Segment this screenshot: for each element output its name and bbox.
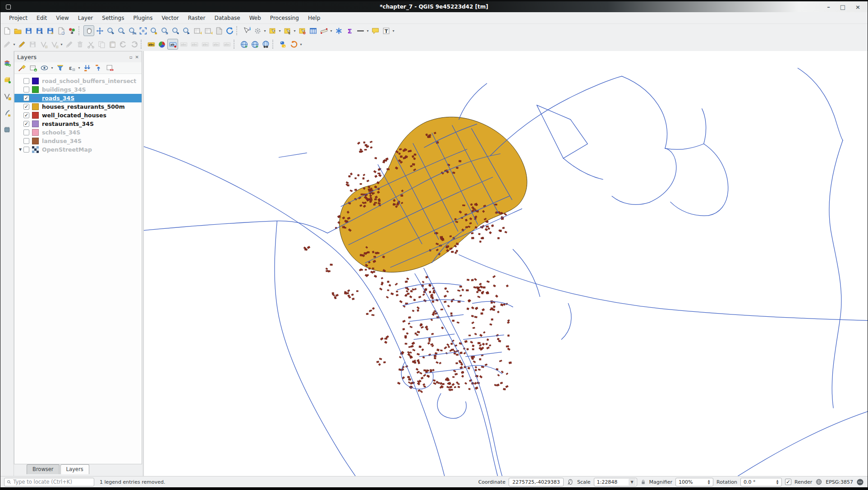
save-layer-edits-icon[interactable] xyxy=(27,39,38,50)
python-console-icon[interactable] xyxy=(277,39,288,50)
magnifier-spin-arrows[interactable]: ▲▼ xyxy=(706,479,712,485)
pan-map-icon[interactable] xyxy=(83,25,94,36)
layer-checkbox[interactable] xyxy=(23,87,29,92)
save-project-as-icon[interactable]: ✎ xyxy=(34,25,45,36)
statistical-summary-icon[interactable]: Σ xyxy=(344,25,355,36)
open-layer-styling-panel-icon[interactable] xyxy=(16,63,27,73)
run-feature-action-dropdown-icon[interactable]: ▾ xyxy=(263,29,267,33)
layer-row-well_located_houses[interactable]: ✓well_located_houses xyxy=(14,111,142,120)
move-label-icon[interactable]: abc xyxy=(211,39,221,50)
menu-edit[interactable]: Edit xyxy=(32,14,51,23)
new-geopackage-layer-icon[interactable] xyxy=(2,124,13,135)
current-edits-dropdown-icon[interactable]: ▾ xyxy=(12,42,16,46)
metasearch-catalog-icon[interactable] xyxy=(260,39,271,50)
rotation-spinbox[interactable]: 0.0 ° ▲▼ xyxy=(740,478,782,486)
maximize-button[interactable]: □ xyxy=(840,4,845,10)
layer-row-roads_34S[interactable]: ✓roads_34S xyxy=(14,94,142,102)
paste-features-icon[interactable] xyxy=(107,39,118,50)
refresh-map-icon[interactable] xyxy=(224,25,235,36)
zoom-next-icon[interactable]: ▸ xyxy=(181,25,192,36)
manage-map-themes-icon[interactable] xyxy=(39,63,50,73)
layer-checkbox[interactable] xyxy=(23,138,29,144)
filter-by-expression-icon[interactable]: ε xyxy=(66,63,77,73)
geometry-checker-icon[interactable]: + xyxy=(249,39,260,50)
remove-layer-icon[interactable] xyxy=(104,63,115,73)
layer-labeling-options-icon[interactable]: abc xyxy=(146,39,156,50)
add-feature-icon[interactable] xyxy=(38,39,49,50)
menu-layer[interactable]: Layer xyxy=(74,14,97,23)
show-unplaced-labels-icon[interactable]: abc xyxy=(200,39,211,50)
filter-by-expression-dropdown-icon[interactable]: ▾ xyxy=(77,66,81,70)
vertex-tool-icon[interactable] xyxy=(49,39,60,50)
menu-web[interactable]: Web xyxy=(245,14,265,23)
coordinate-capture-icon[interactable]: + xyxy=(239,39,249,50)
menu-database[interactable]: Database xyxy=(210,14,244,23)
menu-raster[interactable]: Raster xyxy=(184,14,210,23)
locate-box[interactable] xyxy=(4,478,94,486)
map-canvas[interactable] xyxy=(144,51,868,476)
zoom-native-resolution-icon[interactable]: 1:1 xyxy=(127,25,138,36)
layer-checkbox[interactable]: ✓ xyxy=(23,95,29,101)
menu-view[interactable]: View xyxy=(52,14,73,23)
style-manager-icon[interactable]: a xyxy=(66,25,77,36)
scale-dropdown-icon[interactable]: ▼ xyxy=(629,479,636,485)
layer-row-schools_34S[interactable]: schools_34S xyxy=(14,128,142,137)
locate-input[interactable] xyxy=(13,479,92,485)
layer-row-houses_restaurants_500m[interactable]: ✓houses_restaurants_500m xyxy=(14,102,142,111)
select-features-dropdown-icon[interactable]: ▾ xyxy=(278,29,282,33)
layer-name[interactable]: road_school_buffers_intersect xyxy=(42,78,136,84)
lock-scale-icon[interactable] xyxy=(640,479,646,485)
add-delimited-text-layer-icon[interactable] xyxy=(2,91,13,102)
layer-checkbox[interactable]: ✓ xyxy=(23,121,29,127)
layer-checkbox[interactable] xyxy=(23,78,29,84)
identify-features-icon[interactable]: i xyxy=(241,25,252,36)
layer-row-buildings_34S[interactable]: buildings_34S xyxy=(14,85,142,94)
menu-plugins[interactable]: Plugins xyxy=(129,14,156,23)
change-label-icon[interactable]: abc xyxy=(221,39,232,50)
messages-icon[interactable] xyxy=(856,478,864,486)
new-text-annotation-icon[interactable]: T xyxy=(381,25,391,36)
layer-row-restaurants_34S[interactable]: ✓restaurants_34S xyxy=(14,120,142,128)
menu-processing[interactable]: Processing xyxy=(266,14,303,23)
collapse-all-icon[interactable] xyxy=(93,63,104,73)
close-button[interactable]: × xyxy=(855,4,860,10)
zoom-full-extent-icon[interactable] xyxy=(138,25,148,36)
processing-options-icon[interactable] xyxy=(333,25,344,36)
new-3d-map-view-icon[interactable]: + xyxy=(202,25,213,36)
line-style-icon[interactable] xyxy=(355,25,366,36)
new-shapefile-layer-icon[interactable] xyxy=(2,107,13,118)
select-by-expression-dropdown-icon[interactable]: ▾ xyxy=(293,29,297,33)
line-style-dropdown-icon[interactable]: ▾ xyxy=(366,29,370,33)
layer-checkbox[interactable]: ✓ xyxy=(23,112,29,118)
redo-icon[interactable] xyxy=(129,39,139,50)
open-attribute-table-icon[interactable] xyxy=(308,25,318,36)
tab-layers[interactable]: Layers xyxy=(60,464,89,474)
layer-name[interactable]: houses_restaurants_500m xyxy=(42,103,125,110)
measure-line-dropdown-icon[interactable]: ▾ xyxy=(329,29,333,33)
processing-history-icon[interactable] xyxy=(288,39,299,50)
expand-all-icon[interactable] xyxy=(82,63,92,73)
minimize-button[interactable]: – xyxy=(827,4,830,10)
zoom-last-icon[interactable]: ◂ xyxy=(170,25,181,36)
manage-map-themes-dropdown-icon[interactable]: ▾ xyxy=(50,66,54,70)
layer-checkbox[interactable] xyxy=(23,129,29,135)
layer-name[interactable]: landuse_34S xyxy=(42,138,82,144)
layer-name[interactable]: roads_34S xyxy=(42,95,74,102)
save-project-icon[interactable] xyxy=(23,25,34,36)
layer-name[interactable]: OpenStreetMap xyxy=(42,146,92,153)
cut-features-icon[interactable] xyxy=(85,39,96,50)
rotation-spin-arrows[interactable]: ▲▼ xyxy=(774,479,781,485)
deselect-features-icon[interactable]: ⊘ xyxy=(297,25,308,36)
new-project-icon[interactable] xyxy=(1,25,12,36)
layer-checkbox[interactable]: ✓ xyxy=(23,104,29,110)
zoom-out-icon[interactable]: − xyxy=(116,25,127,36)
zoom-to-selection-icon[interactable]: ▪ xyxy=(148,25,159,36)
layer-row-landuse_34S[interactable]: landuse_34S xyxy=(14,137,142,145)
coordinate-input[interactable] xyxy=(512,479,560,485)
extent-toggle-icon[interactable] xyxy=(567,478,574,485)
run-feature-action-icon[interactable] xyxy=(252,25,263,36)
crs-globe-icon[interactable] xyxy=(815,478,822,485)
processing-history-dropdown-icon[interactable]: ▾ xyxy=(299,42,303,46)
pin-unpin-labels-icon[interactable]: abc xyxy=(189,39,200,50)
new-map-view-icon[interactable]: + xyxy=(192,25,202,36)
